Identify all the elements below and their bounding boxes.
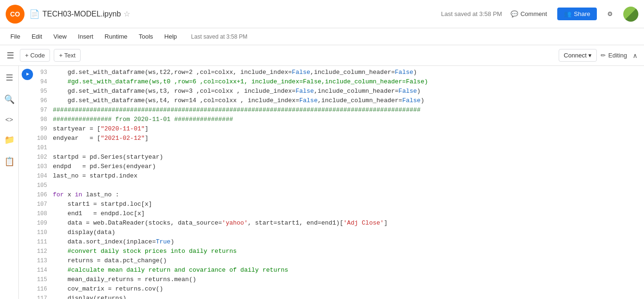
left-sidebar: ☰ 🔍 <> 📁 📋 [0,66,19,299]
code-line-116: 116 cov_matrix = returns.cov() [36,284,644,294]
code-lines: 93 gd.set_with_dataframe(ws,t22,row=2 ,c… [36,68,644,299]
code-line-94: 94 #gd.set_with_dataframe(ws,t0 ,row=6 ,… [36,77,644,87]
code-line-114: 114 #calculate mean daily return and cov… [36,266,644,275]
code-area: ▶ 93 gd.set_with_dataframe(ws,t22,row=2 … [19,66,644,299]
code-line-105: 105 [36,181,644,190]
code-line-100: 100 endyear = ["2021-02-12"] [36,134,644,143]
editing-status: ✏ Editing [601,52,627,59]
star-icon[interactable]: ☆ [124,9,130,18]
menu-tools[interactable]: Tools [134,31,157,42]
code-line-98: 98 ################ from 2020-11-01 ####… [36,115,644,124]
comment-icon: 💬 [511,10,518,17]
share-button[interactable]: 👥 Share [557,8,597,20]
code-line-102: 102 startpd = pd.Series(startyear) [36,153,644,162]
code-line-101: 101 [36,143,644,153]
settings-button[interactable]: ⚙ [603,8,617,20]
sidebar-toggle-icon[interactable]: ☰ [5,48,16,63]
settings-icon: ⚙ [607,10,613,17]
sidebar-menu-icon[interactable]: ☰ [4,71,15,85]
run-button-col: ▶ [19,68,36,80]
run-cell-button[interactable]: ▶ [22,69,33,80]
pencil-icon: ✏ [601,52,606,59]
avatar[interactable] [623,7,638,22]
code-line-108: 108 end1 = endpd.loc[x] [36,209,644,218]
code-line-115: 115 mean_daily_returns = returns.mean() [36,275,644,284]
colab-logo: CO [6,5,25,24]
code-line-97: 97 #####################################… [36,105,644,115]
menu-insert[interactable]: Insert [73,31,98,42]
sidebar-files-icon[interactable]: 📁 [2,133,17,147]
comment-button[interactable]: 💬 Comment [507,8,551,20]
notebook-icon: 📄 [29,9,40,19]
top-bar: CO 📄 TECH03-MODEL.ipynb ☆ Last saved at … [0,0,644,28]
code-line-107: 107 start1 = startpd.loc[x] [36,200,644,209]
code-line-96: 96 gd.set_with_dataframe(ws,t4, row=14 ,… [36,96,644,105]
code-line-104: 104 last_no = startpd.index [36,171,644,181]
saved-status: Last saved at 3:58 PM [441,10,502,17]
connect-chevron-icon: ▾ [588,52,592,59]
saved-info: Last saved at 3:58 PM [191,33,247,40]
code-line-113: 113 returns = data.pct_change() [36,256,644,266]
menu-help[interactable]: Help [160,31,182,42]
menu-edit[interactable]: Edit [27,31,47,42]
code-line-109: 109 data = web.DataReader(stocks, data_s… [36,218,644,228]
code-line-93: 93 gd.set_with_dataframe(ws,t22,row=2 ,c… [36,68,644,77]
avatar-image [623,7,638,22]
share-icon: 👥 [564,10,571,17]
code-cell: ▶ 93 gd.set_with_dataframe(ws,t22,row=2 … [19,68,644,299]
menu-file[interactable]: File [6,31,25,42]
connect-button[interactable]: Connect ▾ [559,49,597,62]
run-arrow-icon: ▶ [26,70,29,79]
code-editor[interactable]: ▶ 93 gd.set_with_dataframe(ws,t22,row=2 … [19,66,644,299]
code-line-112: 112 #convert daily stock prices into dai… [36,247,644,256]
sidebar-toc-icon[interactable]: 📋 [2,154,17,169]
code-line-106: 106 for x in last_no : [36,190,644,200]
code-line-95: 95 gd.set_with_dataframe(ws,t3, row=3 ,c… [36,87,644,96]
code-line-110: 110 display(data) [36,228,644,237]
menu-bar: File Edit View Insert Runtime Tools Help… [0,28,644,45]
top-right-actions: 💬 Comment 👥 Share ⚙ [507,7,638,22]
code-line-103: 103 endpd = pd.Series(endyear) [36,162,644,171]
code-line-111: 111 data.sort_index(inplace=True) [36,237,644,247]
sidebar-code-icon[interactable]: <> [3,114,15,125]
code-line-99: 99 startyear = ["2020-11-01"] [36,124,644,134]
code-line-117: 117 display(returns) [36,294,644,299]
collapse-button[interactable]: ∧ [631,50,639,61]
add-code-button[interactable]: + Code [20,49,50,62]
filename-area: 📄 TECH03-MODEL.ipynb ☆ [29,9,130,19]
menu-view[interactable]: View [49,31,71,42]
toolbar: ☰ + Code + Text Connect ▾ ✏ Editing ∧ [0,45,644,66]
main-layout: ☰ 🔍 <> 📁 📋 ▶ 93 gd.se [0,66,644,299]
sidebar-search-icon[interactable]: 🔍 [2,92,17,106]
filename[interactable]: TECH03-MODEL.ipynb [42,10,121,18]
menu-runtime[interactable]: Runtime [100,31,132,42]
code-scroll-wrapper: ▶ 93 gd.set_with_dataframe(ws,t22,row=2 … [19,66,644,299]
add-text-button[interactable]: + Text [54,49,81,62]
